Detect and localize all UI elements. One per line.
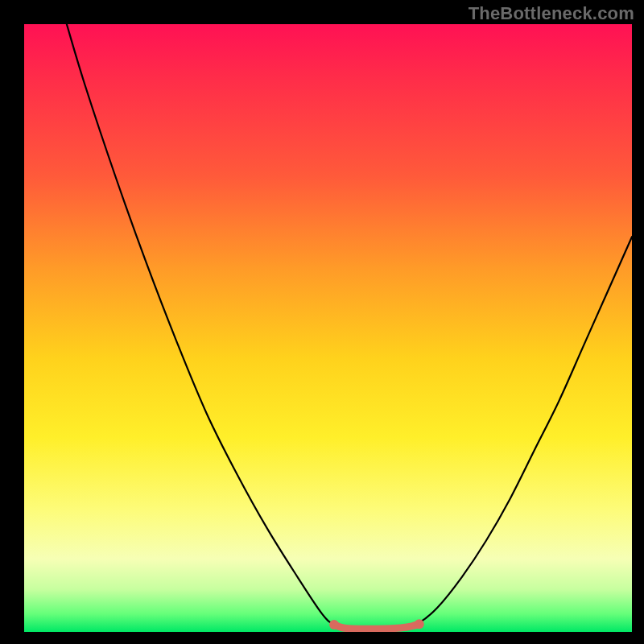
left-curve-path bbox=[67, 24, 346, 627]
plot-area bbox=[24, 24, 632, 632]
bottom-highlight-path bbox=[334, 624, 419, 629]
right-curve-path bbox=[407, 237, 632, 627]
chart-stage: TheBottleneck.com bbox=[0, 0, 644, 644]
chart-svg bbox=[24, 24, 632, 632]
highlight-dot-right bbox=[415, 619, 424, 629]
watermark-text: TheBottleneck.com bbox=[469, 3, 634, 24]
highlight-dot-left bbox=[329, 620, 339, 630]
